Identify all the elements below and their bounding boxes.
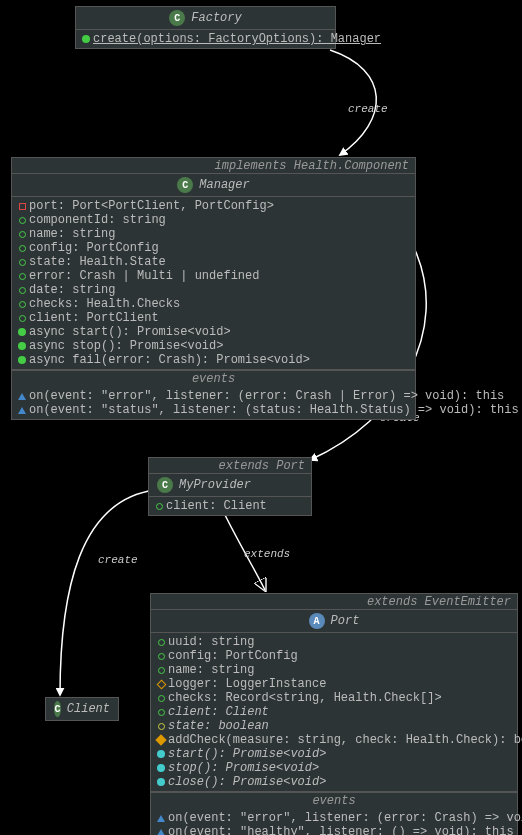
class-port: extends EventEmitter A Port uuid: string… xyxy=(150,593,518,835)
events-header: events xyxy=(12,370,415,387)
class-title: Client xyxy=(67,702,110,716)
class-extends: extends EventEmitter xyxy=(151,594,517,609)
field-icon xyxy=(158,639,165,646)
abstract-field-icon xyxy=(158,723,165,730)
relation-label-create: create xyxy=(348,103,388,115)
class-header: C Manager xyxy=(12,173,415,197)
event-row: on(event: "error", listener: (error: Cra… xyxy=(18,389,409,403)
field-row: state: Health.State xyxy=(18,255,409,269)
field-row: error: Crash | Multi | undefined xyxy=(18,269,409,283)
relation-label-create: create xyxy=(98,554,138,566)
field-row: uuid: string xyxy=(157,635,511,649)
field-icon xyxy=(158,695,165,702)
protected-field-icon xyxy=(156,679,166,689)
event-row: on(event: "healthy", listener: () => voi… xyxy=(157,825,511,835)
field-icon xyxy=(19,315,26,322)
field-icon xyxy=(19,301,26,308)
field-icon xyxy=(19,287,26,294)
class-icon: C xyxy=(169,10,185,26)
method-row: async stop(): Promise<void> xyxy=(18,339,409,353)
class-client: C Client xyxy=(45,697,119,721)
class-title: Manager xyxy=(199,178,249,192)
field-icon xyxy=(158,653,165,660)
class-header: A Port xyxy=(151,609,517,633)
field-row: port: Port<PortClient, PortConfig> xyxy=(18,199,409,213)
method-row: close(): Promise<void> xyxy=(157,775,511,789)
field-icon xyxy=(19,217,26,224)
event-row: on(event: "status", listener: (status: H… xyxy=(18,403,409,417)
class-icon: C xyxy=(177,177,193,193)
class-title: Port xyxy=(331,614,360,628)
class-header: C Client xyxy=(46,698,118,720)
class-header: C MyProvider xyxy=(149,473,311,497)
field-row: config: PortConfig xyxy=(18,241,409,255)
events-header: events xyxy=(151,792,517,809)
abstract-method-icon xyxy=(157,778,165,786)
field-row: state: boolean xyxy=(157,719,511,733)
class-manager: implements Health.Component C Manager po… xyxy=(11,157,416,420)
field-icon xyxy=(19,231,26,238)
event-icon xyxy=(157,815,165,822)
field-icon xyxy=(19,245,26,252)
relation-label-extends: extends xyxy=(244,548,290,560)
method-row: start(): Promise<void> xyxy=(157,747,511,761)
class-factory: C Factory create(options: FactoryOptions… xyxy=(75,6,336,49)
field-icon xyxy=(158,709,165,716)
public-method-icon xyxy=(18,342,26,350)
field-row: client: Client xyxy=(155,499,305,513)
field-row: client: Client xyxy=(157,705,511,719)
class-header: C Factory xyxy=(76,7,335,30)
protected-method-icon xyxy=(155,734,166,745)
event-icon xyxy=(157,829,165,836)
field-row: name: string xyxy=(157,663,511,677)
field-row: checks: Record<string, Health.Check[]> xyxy=(157,691,511,705)
abstract-method-icon xyxy=(157,750,165,758)
class-title: MyProvider xyxy=(179,478,251,492)
abstract-icon: A xyxy=(309,613,325,629)
public-method-icon xyxy=(18,356,26,364)
private-field-icon xyxy=(19,203,26,210)
field-row: date: string xyxy=(18,283,409,297)
public-method-icon xyxy=(82,35,90,43)
class-implements: implements Health.Component xyxy=(12,158,415,173)
method-row: async fail(error: Crash): Promise<void> xyxy=(18,353,409,367)
method-row: addCheck(measure: string, check: Health.… xyxy=(157,733,511,747)
field-row: name: string xyxy=(18,227,409,241)
event-icon xyxy=(18,393,26,400)
field-row: config: PortConfig xyxy=(157,649,511,663)
field-row: componentId: string xyxy=(18,213,409,227)
field-row: logger: LoggerInstance xyxy=(157,677,511,691)
event-row: on(event: "error", listener: (error: Cra… xyxy=(157,811,511,825)
field-row: checks: Health.Checks xyxy=(18,297,409,311)
class-icon: C xyxy=(157,477,173,493)
public-method-icon xyxy=(18,328,26,336)
method-row: create(options: FactoryOptions): Manager xyxy=(82,32,329,46)
field-icon xyxy=(19,259,26,266)
method-row: async start(): Promise<void> xyxy=(18,325,409,339)
class-title: Factory xyxy=(191,11,241,25)
class-extends: extends Port xyxy=(149,458,311,473)
field-icon xyxy=(156,503,163,510)
event-icon xyxy=(18,407,26,414)
class-icon: C xyxy=(54,701,61,717)
field-row: client: PortClient xyxy=(18,311,409,325)
field-icon xyxy=(19,273,26,280)
abstract-method-icon xyxy=(157,764,165,772)
class-myprovider: extends Port C MyProvider client: Client xyxy=(148,457,312,516)
field-icon xyxy=(158,667,165,674)
method-row: stop(): Promise<void> xyxy=(157,761,511,775)
